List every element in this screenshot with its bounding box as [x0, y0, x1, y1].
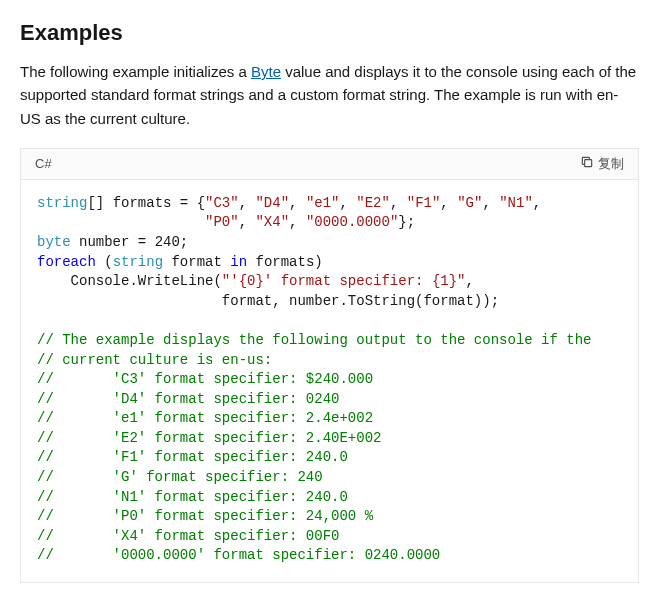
- svg-rect-0: [585, 160, 592, 167]
- copy-label: 复制: [598, 155, 624, 173]
- section-heading: Examples: [20, 20, 639, 46]
- copy-button[interactable]: 复制: [580, 155, 624, 173]
- code-language-label: C#: [35, 156, 52, 171]
- copy-icon: [580, 155, 594, 172]
- code-block: C# 复制 string[] formats = {"C3", "D4", "e…: [20, 148, 639, 583]
- byte-link[interactable]: Byte: [251, 63, 281, 80]
- code-content: string[] formats = {"C3", "D4", "e1", "E…: [21, 180, 638, 582]
- intro-text-before: The following example initializes a: [20, 63, 251, 80]
- intro-paragraph: The following example initializes a Byte…: [20, 60, 639, 130]
- code-block-header: C# 复制: [21, 149, 638, 180]
